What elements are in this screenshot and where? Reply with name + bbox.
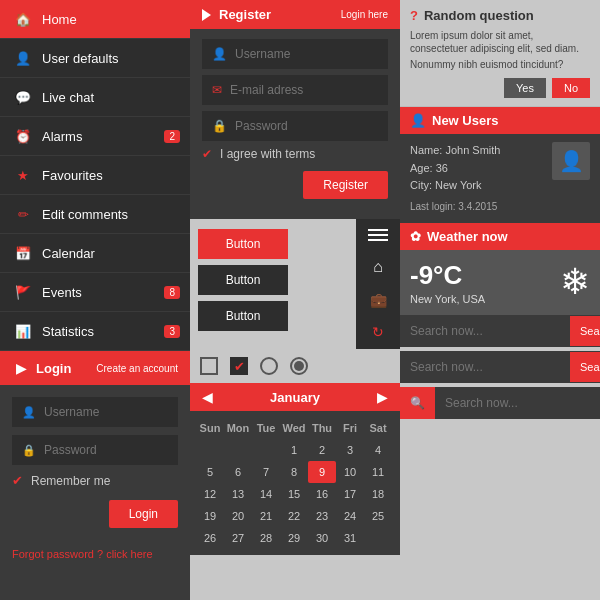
nav-item-user-defaults[interactable]: 👤 User defaults bbox=[0, 39, 190, 78]
buttons-row: Button Button Button ⌂ 💼 ↻ bbox=[190, 219, 400, 349]
nu-city: City: New York bbox=[410, 177, 544, 195]
login-link[interactable]: Login here bbox=[341, 9, 388, 20]
nav-item-calendar[interactable]: 📅 Calendar bbox=[0, 234, 190, 273]
cal-day[interactable]: 22 bbox=[280, 505, 308, 527]
cal-day[interactable]: 10 bbox=[336, 461, 364, 483]
search-input-2[interactable] bbox=[400, 351, 570, 383]
hamburger-menu[interactable] bbox=[364, 225, 392, 245]
nav-item-live-chat[interactable]: 💬 Live chat bbox=[0, 78, 190, 117]
question-icon: ? bbox=[410, 8, 418, 23]
nav-icon: 🚩 bbox=[14, 283, 32, 301]
checkbox-checked[interactable]: ✔ bbox=[230, 357, 248, 375]
register-title: Register bbox=[202, 7, 271, 22]
checkmark-icon: ✔ bbox=[12, 473, 23, 488]
search-input-1[interactable] bbox=[400, 315, 570, 347]
badge: 8 bbox=[164, 286, 180, 299]
cal-day[interactable]: 24 bbox=[336, 505, 364, 527]
reg-email-input[interactable] bbox=[230, 83, 378, 97]
nav-icon: 💬 bbox=[14, 88, 32, 106]
search-input-3[interactable] bbox=[435, 387, 600, 419]
button-2[interactable]: Button bbox=[198, 265, 288, 295]
user-icon: 👤 bbox=[22, 406, 36, 419]
button-1[interactable]: Button bbox=[198, 229, 288, 259]
cal-day-header: Mon bbox=[224, 417, 252, 439]
cal-day-header: Thu bbox=[308, 417, 336, 439]
hamburger-line bbox=[368, 229, 388, 231]
cal-day[interactable]: 28 bbox=[252, 527, 280, 549]
cal-day bbox=[224, 439, 252, 461]
cal-day[interactable]: 19 bbox=[196, 505, 224, 527]
weather-section: ✿ Weather now -9°C New York, USA ❄ bbox=[400, 223, 600, 315]
password-input[interactable] bbox=[44, 443, 168, 457]
cal-day[interactable]: 16 bbox=[308, 483, 336, 505]
briefcase-icon-btn[interactable]: 💼 bbox=[367, 289, 390, 311]
cal-day[interactable]: 25 bbox=[364, 505, 392, 527]
nav-item-home[interactable]: 🏠 Home bbox=[0, 0, 190, 39]
cal-day[interactable]: 5 bbox=[196, 461, 224, 483]
nu-lastlogin: Last login: 3.4.2015 bbox=[410, 199, 544, 215]
avatar-icon: 👤 bbox=[559, 149, 584, 173]
badge: 2 bbox=[164, 130, 180, 143]
checkmark-icon: ✔ bbox=[234, 359, 245, 374]
yes-button[interactable]: Yes bbox=[504, 78, 546, 98]
no-button[interactable]: No bbox=[552, 78, 590, 98]
cal-day[interactable]: 12 bbox=[196, 483, 224, 505]
refresh-icon-btn[interactable]: ↻ bbox=[369, 321, 387, 343]
cal-day[interactable]: 18 bbox=[364, 483, 392, 505]
button-3[interactable]: Button bbox=[198, 301, 288, 331]
cal-day[interactable]: 13 bbox=[224, 483, 252, 505]
nav-item-alarms[interactable]: ⏰ Alarms 2 bbox=[0, 117, 190, 156]
sun-icon: ✿ bbox=[410, 229, 421, 244]
search-now-button-1[interactable]: Search now bbox=[570, 316, 600, 346]
radio-unchecked[interactable] bbox=[260, 357, 278, 375]
cal-day[interactable]: 30 bbox=[308, 527, 336, 549]
home-icon-btn[interactable]: ⌂ bbox=[370, 255, 386, 279]
email-icon: ✉ bbox=[212, 83, 222, 97]
nav-label: Calendar bbox=[42, 246, 95, 261]
nu-age: Age: 36 bbox=[410, 160, 544, 178]
forgot-password-text: Forgot password ? click here bbox=[0, 548, 190, 570]
cal-day[interactable]: 14 bbox=[252, 483, 280, 505]
search-button-2[interactable]: Search bbox=[570, 352, 600, 382]
reg-username-input[interactable] bbox=[235, 47, 378, 61]
checkbox-unchecked[interactable] bbox=[200, 357, 218, 375]
user-avatar: 👤 bbox=[552, 142, 590, 180]
search-bar-1: Search now bbox=[400, 315, 600, 347]
cal-day[interactable]: 23 bbox=[308, 505, 336, 527]
reg-password-input[interactable] bbox=[235, 119, 378, 133]
search-bar-2: Search bbox=[400, 351, 600, 383]
nav-item-favourites[interactable]: ★ Favourites bbox=[0, 156, 190, 195]
cal-day[interactable]: 20 bbox=[224, 505, 252, 527]
search-bar-3: 🔍 bbox=[400, 387, 600, 419]
nav-icon: ✏ bbox=[14, 205, 32, 223]
login-btn-wrap: Login bbox=[12, 500, 178, 528]
cal-day[interactable]: 29 bbox=[280, 527, 308, 549]
cal-day[interactable]: 6 bbox=[224, 461, 252, 483]
cal-day[interactable]: 8 bbox=[280, 461, 308, 483]
cal-day[interactable]: 17 bbox=[336, 483, 364, 505]
login-button[interactable]: Login bbox=[109, 500, 178, 528]
cal-day[interactable]: 1 bbox=[280, 439, 308, 461]
create-account-link[interactable]: Create an account bbox=[96, 363, 178, 374]
cal-day[interactable]: 26 bbox=[196, 527, 224, 549]
left-nav-panel: 🏠 Home 👤 User defaults 💬 Live chat ⏰ Ala… bbox=[0, 0, 190, 600]
cal-day[interactable]: 9 bbox=[308, 461, 336, 483]
radio-checked[interactable] bbox=[290, 357, 308, 375]
cal-day[interactable]: 4 bbox=[364, 439, 392, 461]
next-month-btn[interactable]: ▶ bbox=[377, 389, 388, 405]
nav-item-statistics[interactable]: 📊 Statistics 3 bbox=[0, 312, 190, 351]
cal-day[interactable]: 21 bbox=[252, 505, 280, 527]
click-here-link[interactable]: click here bbox=[106, 548, 152, 560]
cal-day[interactable]: 7 bbox=[252, 461, 280, 483]
username-input[interactable] bbox=[44, 405, 168, 419]
prev-month-btn[interactable]: ◀ bbox=[202, 389, 213, 405]
cal-day[interactable]: 11 bbox=[364, 461, 392, 483]
cal-day[interactable]: 3 bbox=[336, 439, 364, 461]
nav-item-edit-comments[interactable]: ✏ Edit comments bbox=[0, 195, 190, 234]
register-button[interactable]: Register bbox=[303, 171, 388, 199]
cal-day[interactable]: 2 bbox=[308, 439, 336, 461]
cal-day[interactable]: 15 bbox=[280, 483, 308, 505]
cal-day[interactable]: 31 bbox=[336, 527, 364, 549]
nav-item-events[interactable]: 🚩 Events 8 bbox=[0, 273, 190, 312]
cal-day[interactable]: 27 bbox=[224, 527, 252, 549]
